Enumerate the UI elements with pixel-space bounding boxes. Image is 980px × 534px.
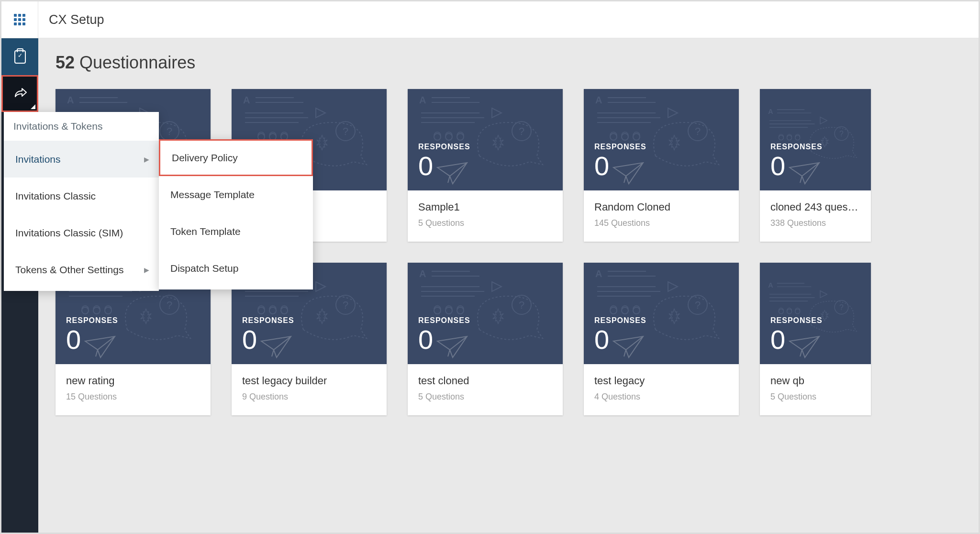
apps-launcher-button[interactable] bbox=[1, 1, 38, 38]
svg-point-115 bbox=[787, 309, 792, 314]
flyout-item-label: Invitations Classic (SIM) bbox=[15, 227, 123, 239]
svg-point-32 bbox=[457, 134, 464, 140]
questionnaire-name: new qb bbox=[770, 375, 860, 387]
responses-value: 0 bbox=[770, 150, 785, 181]
responses-value: 0 bbox=[594, 150, 609, 181]
svg-point-44 bbox=[633, 134, 640, 140]
svg-point-30 bbox=[434, 134, 441, 140]
svg-point-79 bbox=[269, 307, 276, 314]
nav-questionnaires[interactable] bbox=[1, 38, 38, 75]
flyout-item-invitations[interactable]: Invitations▶ bbox=[4, 141, 159, 178]
page-title-text: Questionnaires bbox=[79, 53, 195, 72]
flyout-item-tokens-other-settings[interactable]: Tokens & Other Settings▶ bbox=[4, 251, 159, 288]
card-body: Sample15 Questions bbox=[408, 190, 563, 242]
submenu-item-label: Message Template bbox=[170, 189, 255, 200]
svg-point-43 bbox=[622, 134, 628, 140]
svg-marker-95 bbox=[492, 282, 501, 291]
question-count: 5 Questions bbox=[418, 392, 552, 402]
svg-point-54 bbox=[779, 135, 783, 140]
svg-text:?: ? bbox=[519, 299, 524, 311]
svg-text:?: ? bbox=[839, 303, 844, 312]
submenu-item-delivery-policy[interactable]: Delivery Policy bbox=[159, 139, 313, 176]
svg-text:A: A bbox=[595, 268, 602, 279]
paper-plane-icon bbox=[436, 162, 470, 186]
submenu-item-token-template[interactable]: Token Template bbox=[159, 213, 313, 250]
responses-value: 0 bbox=[770, 324, 785, 355]
flyout-invitations-tokens: Invitations & Tokens Invitations▶Invitat… bbox=[4, 112, 159, 291]
svg-marker-107 bbox=[668, 282, 678, 291]
chevron-right-icon: ▶ bbox=[144, 266, 149, 274]
submenu-item-label: Delivery Policy bbox=[172, 152, 238, 164]
nav-invitations-tokens[interactable] bbox=[1, 75, 38, 112]
svg-point-21 bbox=[336, 122, 355, 141]
svg-marker-35 bbox=[492, 108, 501, 118]
clipboard-check-icon bbox=[14, 50, 26, 64]
questionnaire-card[interactable]: A ? RESPONSES0cloned 243 question338 Que… bbox=[760, 89, 871, 242]
question-count: 9 Questions bbox=[242, 392, 376, 402]
questionnaire-name: Sample1 bbox=[418, 201, 552, 213]
svg-point-91 bbox=[445, 307, 452, 314]
paper-plane-icon bbox=[789, 162, 822, 186]
paper-plane-icon bbox=[260, 335, 294, 359]
svg-point-68 bbox=[105, 307, 111, 314]
svg-point-90 bbox=[434, 307, 441, 314]
card-header: A ? RESPONSES0 bbox=[408, 89, 563, 190]
questionnaire-count: 52 bbox=[56, 53, 75, 72]
app-frame: CX Setup 52 Questionnaires A ? RESPONSES bbox=[0, 0, 980, 534]
flyout-item-invitations-classic[interactable]: Invitations Classic bbox=[4, 178, 159, 214]
svg-point-66 bbox=[82, 307, 89, 314]
svg-marker-83 bbox=[316, 282, 325, 291]
svg-point-45 bbox=[688, 122, 707, 141]
svg-point-116 bbox=[795, 309, 800, 314]
svg-point-104 bbox=[633, 307, 640, 314]
svg-point-69 bbox=[160, 295, 179, 314]
submenu-item-label: Dispatch Setup bbox=[170, 263, 238, 274]
questionnaire-name: test cloned bbox=[418, 375, 552, 387]
submenu-indicator-icon bbox=[31, 104, 35, 109]
questionnaire-card[interactable]: A ? RESPONSES0Random Cloned145 Questions bbox=[584, 89, 739, 242]
svg-point-92 bbox=[457, 307, 464, 314]
question-count: 15 Questions bbox=[66, 392, 200, 402]
svg-point-93 bbox=[512, 295, 531, 314]
svg-point-67 bbox=[93, 307, 100, 314]
svg-text:A: A bbox=[595, 95, 602, 105]
svg-point-31 bbox=[445, 134, 452, 140]
questionnaire-card[interactable]: A ? RESPONSES0test legacy4 Questions bbox=[584, 263, 739, 415]
chevron-right-icon: ▶ bbox=[144, 156, 149, 163]
page-app-title: CX Setup bbox=[49, 12, 104, 27]
paper-plane-icon bbox=[789, 335, 822, 359]
questionnaire-name: new rating bbox=[66, 375, 200, 387]
svg-point-57 bbox=[835, 127, 848, 141]
svg-point-114 bbox=[779, 309, 783, 314]
svg-marker-23 bbox=[316, 108, 325, 118]
submenu-item-dispatch-setup[interactable]: Dispatch Setup bbox=[159, 250, 313, 287]
svg-text:A: A bbox=[67, 95, 74, 105]
flyout-header: Invitations & Tokens bbox=[4, 112, 159, 141]
svg-marker-59 bbox=[820, 117, 827, 124]
card-body: test legacy builder9 Questions bbox=[232, 364, 387, 415]
page-title: 52 Questionnaires bbox=[56, 53, 961, 73]
svg-text:A: A bbox=[419, 268, 426, 279]
flyout-item-invitations-classic-sim-[interactable]: Invitations Classic (SIM) bbox=[4, 214, 159, 251]
submenu-item-message-template[interactable]: Message Template bbox=[159, 176, 313, 213]
svg-text:?: ? bbox=[839, 130, 844, 138]
svg-point-56 bbox=[795, 135, 800, 140]
submenu-item-label: Token Template bbox=[170, 226, 241, 237]
svg-text:A: A bbox=[768, 281, 773, 289]
paper-plane-icon bbox=[84, 335, 118, 359]
card-header: A ? RESPONSES0 bbox=[760, 89, 871, 190]
card-body: test cloned5 Questions bbox=[408, 364, 563, 415]
responses-value: 0 bbox=[66, 324, 81, 355]
flyout-item-label: Tokens & Other Settings bbox=[15, 264, 123, 276]
flyout-invitations-submenu: Delivery PolicyMessage TemplateToken Tem… bbox=[159, 140, 313, 289]
svg-point-105 bbox=[688, 295, 707, 314]
question-count: 145 Questions bbox=[594, 218, 728, 228]
questionnaire-card[interactable]: A ? RESPONSES0Sample15 Questions bbox=[408, 89, 563, 242]
svg-point-80 bbox=[281, 307, 288, 314]
questionnaire-card[interactable]: A ? RESPONSES0test cloned5 Questions bbox=[408, 263, 563, 415]
questionnaire-card[interactable]: A ? RESPONSES0new qb5 Questions bbox=[760, 263, 871, 415]
card-header: A ? RESPONSES0 bbox=[584, 89, 739, 190]
card-body: Random Cloned145 Questions bbox=[584, 190, 739, 242]
paper-plane-icon bbox=[436, 335, 470, 359]
svg-text:?: ? bbox=[343, 299, 348, 311]
